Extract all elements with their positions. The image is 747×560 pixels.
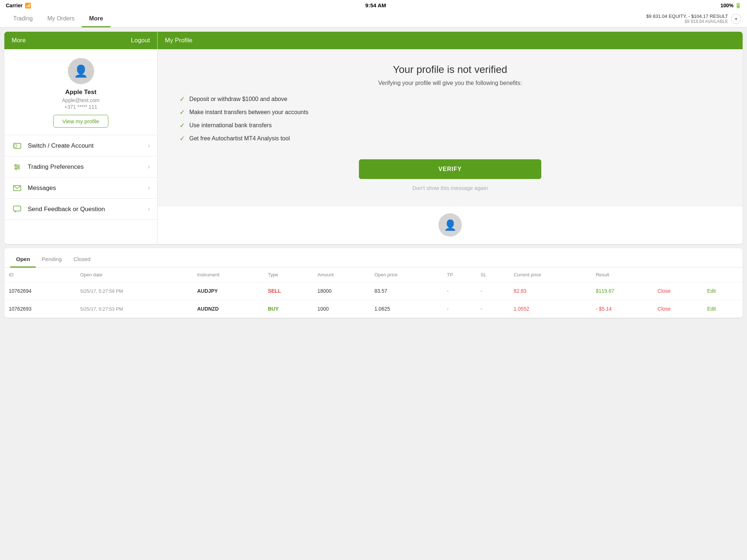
upper-panel: More Logout 👤 Apple Test Apple@test.com … — [4, 32, 743, 244]
verify-button[interactable]: VERIFY — [359, 159, 541, 179]
nav-tabs: Trading My Orders More — [6, 11, 111, 27]
svg-point-7 — [15, 168, 17, 170]
col-instrument: Instrument — [193, 268, 263, 282]
benefit-text-2: Make instant transfers between your acco… — [189, 109, 308, 116]
cell-close-0[interactable]: Close — [653, 282, 703, 300]
status-battery: 100% 🔋 — [720, 3, 741, 8]
messages-chevron-icon: › — [148, 184, 150, 192]
close-button-0[interactable]: Close — [658, 288, 671, 294]
sidebar-header-title: More — [12, 37, 26, 44]
svg-rect-9 — [13, 206, 21, 211]
view-profile-button[interactable]: View my profile — [53, 115, 108, 128]
cell-amount-1: 1000 — [313, 300, 370, 318]
orders-table: ID Open date Instrument Type Amount Open… — [4, 268, 743, 318]
menu-item-feedback[interactable]: Send Feedback or Question › — [4, 199, 157, 220]
cell-sl-0: - — [476, 282, 510, 300]
profile-phone: +371 ***** 111 — [65, 104, 97, 110]
check-icon-2: ✓ — [179, 108, 185, 116]
status-time: 9:54 AM — [365, 2, 386, 8]
benefit-text-1: Deposit or withdraw $1000 and above — [189, 96, 287, 102]
bottom-avatar: 👤 — [438, 213, 462, 237]
cell-current-price-1: 1.0552 — [509, 300, 591, 318]
col-current-price: Current price — [509, 268, 591, 282]
benefit-text-3: Use international bank transfers — [189, 122, 272, 129]
battery-label: 100% — [720, 3, 734, 8]
profile-email: Apple@test.com — [62, 97, 100, 103]
cell-tp-1: - — [442, 300, 476, 318]
table-row: 10762694 5/25/17, 5:27:59 PM AUDJPY SELL… — [4, 282, 743, 300]
cell-instrument-1: AUDNZD — [193, 300, 263, 318]
main-container: More Logout 👤 Apple Test Apple@test.com … — [0, 27, 747, 322]
tab-open[interactable]: Open — [10, 253, 36, 268]
messages-label: Messages — [28, 184, 148, 192]
menu-item-messages[interactable]: Messages › — [4, 178, 157, 199]
not-verified-title: Your profile is not verified — [393, 64, 507, 75]
orders-section: Open Pending Closed ID Open date Instrum… — [4, 248, 743, 318]
col-sl: SL — [476, 268, 510, 282]
check-icon-3: ✓ — [179, 121, 185, 129]
profile-name: Apple Test — [65, 89, 97, 96]
edit-button-1[interactable]: Edit — [707, 306, 716, 312]
right-panel-header: My Profile — [158, 32, 743, 49]
tab-more[interactable]: More — [82, 11, 110, 27]
tab-trading[interactable]: Trading — [6, 11, 40, 27]
col-amount: Amount — [313, 268, 370, 282]
account-equity: $9 831.04 EQUITY, - $104.17 RESULT — [646, 13, 728, 19]
check-icon-4: ✓ — [179, 135, 185, 143]
feedback-chevron-icon: › — [148, 205, 150, 213]
close-button-1[interactable]: Close — [658, 306, 671, 312]
cell-edit-1[interactable]: Edit — [703, 300, 743, 318]
switch-create-label: Switch / Create Account — [28, 142, 148, 149]
tab-my-orders[interactable]: My Orders — [40, 11, 82, 27]
svg-point-5 — [15, 164, 16, 166]
profile-content: Your profile is not verified Verifying y… — [158, 49, 743, 206]
cell-close-1[interactable]: Close — [653, 300, 703, 318]
trading-prefs-icon — [12, 164, 23, 170]
orders-tabs: Open Pending Closed — [4, 248, 743, 268]
cell-sl-1: - — [476, 300, 510, 318]
account-available: $8 918.84 AVAILABLE — [646, 19, 728, 24]
top-nav: Trading My Orders More $9 831.04 EQUITY,… — [0, 11, 747, 27]
edit-button-0[interactable]: Edit — [707, 288, 716, 294]
cell-open-price-1: 1.0625 — [370, 300, 442, 318]
menu-item-switch-create[interactable]: Switch / Create Account › — [4, 135, 157, 156]
account-dropdown-button[interactable]: ▾ — [731, 14, 741, 24]
svg-point-6 — [18, 166, 19, 168]
cell-amount-0: 18000 — [313, 282, 370, 300]
menu-item-trading-prefs[interactable]: Trading Preferences › — [4, 156, 157, 178]
wifi-icon: 📶 — [25, 3, 31, 8]
benefits-list: ✓ Deposit or withdraw $1000 and above ✓ … — [179, 95, 721, 148]
battery-icon: 🔋 — [735, 3, 741, 8]
cell-type-0: SELL — [263, 282, 313, 300]
svg-rect-1 — [15, 144, 17, 147]
tab-closed[interactable]: Closed — [67, 253, 96, 268]
col-open-price: Open price — [370, 268, 442, 282]
dont-show-label[interactable]: Don't show this message again — [412, 185, 488, 191]
account-info: $9 831.04 EQUITY, - $104.17 RESULT $8 91… — [646, 11, 741, 27]
cell-id-1: 10762693 — [4, 300, 76, 318]
benefit-item-1: ✓ Deposit or withdraw $1000 and above — [179, 95, 721, 103]
logout-button[interactable]: Logout — [131, 37, 150, 44]
cell-edit-0[interactable]: Edit — [703, 282, 743, 300]
col-result: Result — [591, 268, 653, 282]
tab-pending[interactable]: Pending — [36, 253, 67, 268]
col-type: Type — [263, 268, 313, 282]
benefit-item-3: ✓ Use international bank transfers — [179, 121, 721, 129]
right-panel: My Profile Your profile is not verified … — [158, 32, 743, 244]
col-id: ID — [4, 268, 76, 282]
cell-result-0: $119.67 — [591, 282, 653, 300]
col-tp: TP — [442, 268, 476, 282]
sidebar-header: More Logout — [4, 32, 157, 49]
cell-current-price-0: 82.83 — [509, 282, 591, 300]
benefit-item-2: ✓ Make instant transfers between your ac… — [179, 108, 721, 116]
table-row: 10762693 5/25/17, 5:27:53 PM AUDNZD BUY … — [4, 300, 743, 318]
profile-section: 👤 Apple Test Apple@test.com +371 ***** 1… — [4, 49, 157, 135]
cell-date-1: 5/25/17, 5:27:53 PM — [76, 300, 193, 318]
status-bar: Carrier 📶 9:54 AM 100% 🔋 — [0, 0, 747, 11]
cell-instrument-0: AUDJPY — [193, 282, 263, 300]
cell-date-0: 5/25/17, 5:27:59 PM — [76, 282, 193, 300]
trading-prefs-chevron-icon: › — [148, 163, 150, 171]
cell-id-0: 10762694 — [4, 282, 76, 300]
carrier-label: Carrier — [6, 3, 23, 8]
col-open-date: Open date — [76, 268, 193, 282]
